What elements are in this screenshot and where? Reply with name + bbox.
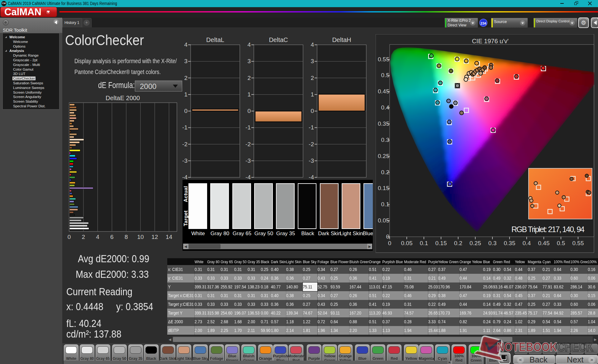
svg-text:-1: -1 bbox=[182, 124, 187, 131]
svg-text:2: 2 bbox=[82, 234, 85, 240]
svg-text:3: 3 bbox=[311, 58, 314, 64]
svg-text:0.5: 0.5 bbox=[381, 72, 389, 78]
svg-text:0: 0 bbox=[311, 108, 314, 114]
svg-text:14: 14 bbox=[166, 234, 173, 240]
svg-text:DeltaH: DeltaH bbox=[332, 36, 351, 43]
svg-text:CHECK: CHECK bbox=[558, 340, 593, 354]
svg-text:4: 4 bbox=[184, 41, 187, 48]
svg-text:DeltaE 2000: DeltaE 2000 bbox=[106, 95, 140, 101]
svg-text:-3: -3 bbox=[245, 157, 251, 164]
svg-text:1: 1 bbox=[311, 91, 314, 98]
svg-text:4: 4 bbox=[96, 234, 99, 240]
svg-text:0.55: 0.55 bbox=[378, 56, 389, 63]
svg-text:0.45: 0.45 bbox=[378, 88, 389, 95]
svg-text:0.1: 0.1 bbox=[381, 201, 389, 208]
svg-text:-2: -2 bbox=[182, 141, 187, 147]
svg-text:0.25: 0.25 bbox=[378, 153, 389, 159]
svg-text:12: 12 bbox=[151, 234, 158, 240]
svg-text:-4: -4 bbox=[245, 174, 251, 180]
svg-text:-2: -2 bbox=[245, 141, 251, 147]
svg-text:-2: -2 bbox=[309, 141, 314, 147]
svg-text:0.5: 0.5 bbox=[557, 240, 565, 246]
svg-text:1: 1 bbox=[247, 91, 251, 98]
svg-text:4: 4 bbox=[247, 41, 251, 48]
svg-text:6: 6 bbox=[110, 234, 114, 240]
svg-text:0.4: 0.4 bbox=[523, 240, 531, 246]
svg-text:-3: -3 bbox=[309, 157, 314, 164]
svg-text:-1: -1 bbox=[245, 124, 251, 131]
svg-text:0: 0 bbox=[386, 233, 389, 240]
svg-text:RGB Triplet: 217, 140, 94: RGB Triplet: 217, 140, 94 bbox=[511, 225, 585, 234]
svg-text:1: 1 bbox=[184, 91, 187, 98]
svg-text:0: 0 bbox=[247, 108, 251, 114]
svg-text:0.05: 0.05 bbox=[401, 240, 413, 246]
svg-text:0.3: 0.3 bbox=[488, 240, 496, 246]
svg-text:2: 2 bbox=[247, 75, 251, 81]
svg-text:4: 4 bbox=[311, 41, 314, 48]
svg-text:-3: -3 bbox=[182, 157, 187, 164]
svg-text:0.2: 0.2 bbox=[454, 240, 462, 246]
svg-text:2: 2 bbox=[184, 75, 187, 81]
svg-text:DeltaL: DeltaL bbox=[206, 36, 224, 43]
svg-text:0.2: 0.2 bbox=[381, 169, 389, 175]
svg-text:CIE 1976 u'v': CIE 1976 u'v' bbox=[472, 38, 509, 44]
svg-text:0: 0 bbox=[388, 240, 392, 246]
svg-text:Target: Target bbox=[183, 210, 189, 226]
svg-text:0.25: 0.25 bbox=[470, 240, 481, 246]
svg-text:NOTEBOOK: NOTEBOOK bbox=[497, 340, 557, 354]
svg-text:-4: -4 bbox=[182, 174, 187, 180]
svg-text:2: 2 bbox=[311, 75, 314, 81]
svg-text:DeltaC: DeltaC bbox=[269, 36, 288, 43]
svg-text:0.15: 0.15 bbox=[378, 185, 389, 191]
svg-text:0.1: 0.1 bbox=[420, 240, 428, 246]
svg-text:3: 3 bbox=[184, 58, 187, 64]
svg-text:0.3: 0.3 bbox=[381, 137, 389, 143]
svg-text:0.4: 0.4 bbox=[381, 104, 390, 111]
svg-text:0.05: 0.05 bbox=[378, 217, 389, 224]
svg-text:-4: -4 bbox=[309, 174, 314, 180]
svg-text:8: 8 bbox=[125, 234, 128, 240]
svg-text:0.35: 0.35 bbox=[504, 240, 515, 246]
svg-text:0.45: 0.45 bbox=[538, 240, 550, 246]
svg-text:0: 0 bbox=[68, 234, 71, 240]
svg-text:0.35: 0.35 bbox=[378, 120, 389, 127]
svg-text:0.55: 0.55 bbox=[572, 240, 584, 246]
svg-text:0.15: 0.15 bbox=[435, 240, 447, 246]
svg-text:0: 0 bbox=[184, 108, 187, 114]
svg-text:-1: -1 bbox=[309, 124, 314, 131]
svg-text:3: 3 bbox=[247, 58, 251, 64]
svg-text:10: 10 bbox=[137, 234, 144, 240]
svg-text:Actual: Actual bbox=[183, 186, 189, 202]
